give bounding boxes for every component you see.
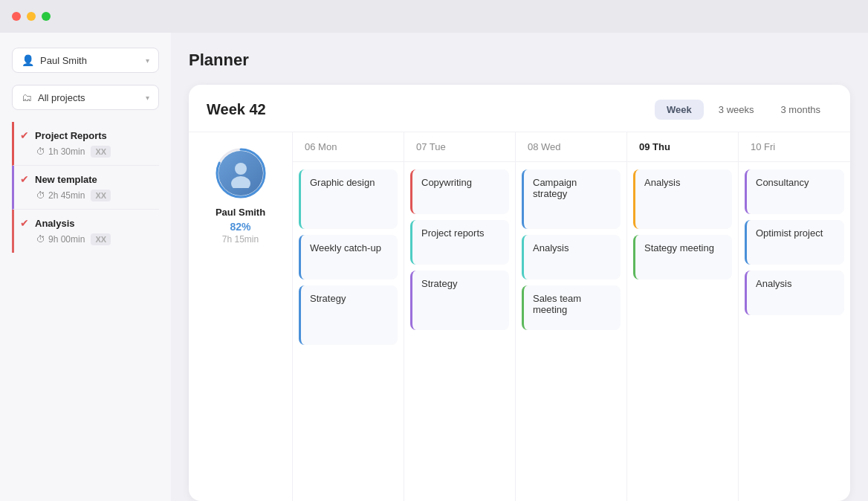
- task-card[interactable]: Campaign strategy: [522, 169, 621, 229]
- calendar-grid: 06 Mon07 Tue08 Wed09 Thu10 Fri Graphic d…: [293, 132, 850, 501]
- project-name: Analysis: [35, 218, 74, 229]
- svg-point-2: [235, 163, 247, 175]
- project-name: New template: [35, 174, 97, 185]
- day-header-07-tue: 07 Tue: [404, 132, 516, 161]
- day-headers: 06 Mon07 Tue08 Wed09 Thu10 Fri: [293, 132, 850, 162]
- sidebar-project-new-template[interactable]: ✔ New template ⏱ 2h 45min XX: [12, 166, 159, 210]
- clock-icon: ⏱: [36, 234, 45, 245]
- task-card[interactable]: Sales team meeting: [522, 285, 621, 330]
- user-time: 7h 15min: [222, 234, 259, 245]
- week-label: Week 42: [207, 101, 266, 118]
- day-header-06-mon: 06 Mon: [293, 132, 404, 161]
- check-icon: ✔: [20, 129, 29, 141]
- avatar-wrapper: [215, 147, 267, 199]
- project-name: Project Reports: [35, 130, 107, 141]
- day-col-mon: Graphic designWeekly catch-upStrategy: [293, 162, 404, 501]
- project-badge: XX: [91, 233, 111, 245]
- project-time: 9h 00min: [48, 234, 85, 245]
- planner-header: Week 42 Week3 weeks3 months: [189, 85, 850, 132]
- project-badge: XX: [91, 190, 111, 201]
- project-dropdown[interactable]: 🗂 All projects ▾: [12, 85, 159, 110]
- task-card[interactable]: Strategy: [299, 285, 398, 345]
- task-card[interactable]: Analysis: [633, 169, 732, 229]
- avatar: [218, 151, 263, 195]
- view-btn-3-weeks[interactable]: 3 weeks: [707, 100, 766, 120]
- task-card[interactable]: Analysis: [745, 271, 844, 315]
- task-card[interactable]: Consultancy: [745, 169, 844, 214]
- sidebar-project-project-reports[interactable]: ✔ Project Reports ⏱ 1h 30min XX: [12, 122, 159, 166]
- minimize-button[interactable]: [27, 12, 36, 21]
- check-icon: ✔: [20, 173, 29, 185]
- day-header-09-thu: 09 Thu: [627, 132, 739, 161]
- sidebar: 👤 Paul Smith ▾ 🗂 All projects ▾ ✔ Projec…: [0, 33, 171, 501]
- main-content: Planner Week 42 Week3 weeks3 months: [171, 33, 868, 501]
- clock-icon: ⏱: [36, 146, 45, 157]
- user-percent: 82%: [230, 221, 250, 233]
- project-time: 2h 45min: [48, 190, 85, 201]
- view-btn-3-months[interactable]: 3 months: [769, 100, 832, 120]
- chevron-down-icon-2: ▾: [146, 94, 149, 102]
- check-icon: ✔: [20, 217, 29, 229]
- page-title: Planner: [189, 51, 850, 70]
- user-name: Paul Smith: [216, 207, 265, 218]
- day-header-08-wed: 08 Wed: [516, 132, 627, 161]
- sidebar-project-analysis[interactable]: ✔ Analysis ⏱ 9h 00min XX: [12, 210, 159, 253]
- planner-body: Paul Smith 82% 7h 15min 06 Mon07 Tue08 W…: [189, 132, 850, 501]
- task-card[interactable]: Weekly catch-up: [299, 235, 398, 279]
- view-btn-week[interactable]: Week: [655, 100, 704, 120]
- day-header-10-fri: 10 Fri: [739, 132, 850, 161]
- project-dropdown-label: All projects: [38, 92, 85, 103]
- user-column: Paul Smith 82% 7h 15min: [189, 132, 293, 501]
- title-bar: [0, 0, 868, 33]
- task-card[interactable]: Stategy meeting: [633, 235, 732, 279]
- app-body: 👤 Paul Smith ▾ 🗂 All projects ▾ ✔ Projec…: [0, 33, 868, 501]
- clock-icon: ⏱: [36, 190, 45, 201]
- task-card[interactable]: Project reports: [410, 220, 509, 265]
- view-switcher: Week3 weeks3 months: [655, 100, 832, 120]
- person-icon: 👤: [22, 54, 34, 66]
- task-card[interactable]: Strategy: [410, 271, 509, 330]
- task-card[interactable]: Graphic design: [299, 169, 398, 229]
- project-time: 1h 30min: [48, 146, 85, 157]
- close-button[interactable]: [12, 12, 21, 21]
- maximize-button[interactable]: [42, 12, 51, 21]
- projects-list: ✔ Project Reports ⏱ 1h 30min XX ✔ New te…: [12, 122, 159, 253]
- task-card[interactable]: Optimist project: [745, 220, 844, 265]
- project-badge: XX: [91, 146, 111, 158]
- user-dropdown[interactable]: 👤 Paul Smith ▾: [12, 48, 159, 73]
- task-card[interactable]: Copywriting: [410, 169, 509, 214]
- day-col-wed: Campaign strategyAnalysisSales team meet…: [516, 162, 627, 501]
- chevron-down-icon: ▾: [146, 56, 149, 65]
- task-card[interactable]: Analysis: [522, 235, 621, 279]
- day-col-thu: AnalysisStategy meeting: [627, 162, 739, 501]
- folder-icon: 🗂: [22, 91, 32, 103]
- svg-point-3: [231, 176, 250, 188]
- day-col-fri: ConsultancyOptimist projectAnalysis: [739, 162, 850, 501]
- day-columns: Graphic designWeekly catch-upStrategyCop…: [293, 162, 850, 501]
- user-dropdown-label: Paul Smith: [40, 55, 87, 66]
- planner-card: Week 42 Week3 weeks3 months: [189, 85, 850, 501]
- day-col-tue: CopywritingProject reportsStrategy: [404, 162, 516, 501]
